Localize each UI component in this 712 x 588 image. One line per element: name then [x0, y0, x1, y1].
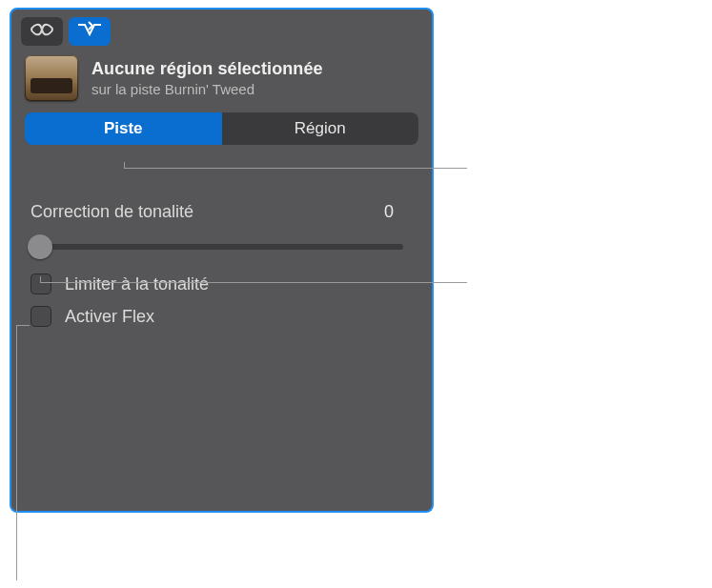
tab-region[interactable]: Région: [222, 112, 419, 145]
callout-line-checkbox-v: [16, 325, 17, 580]
filter-routing-icon: [75, 21, 104, 42]
track-header: Aucune région sélectionnée sur la piste …: [11, 50, 432, 109]
enable-flex-checkbox[interactable]: [31, 306, 51, 327]
track-subtitle: sur la piste Burnin' Tweed: [92, 81, 323, 97]
pitch-correction-row: Correction de tonalité 0: [11, 154, 432, 228]
callout-line-tabs: [124, 168, 467, 169]
panel-toolbar: [11, 10, 432, 50]
limit-to-key-checkbox[interactable]: [31, 274, 51, 294]
tab-piste[interactable]: Piste: [25, 112, 222, 145]
slider-track: [40, 244, 403, 250]
track-inspector-panel: Aucune région sélectionnée sur la piste …: [10, 8, 434, 513]
limit-to-key-label: Limiter à la tonalité: [65, 274, 209, 294]
callout-line-checkbox-h: [16, 325, 30, 326]
loop-icon: [29, 22, 55, 41]
track-thumbnail[interactable]: [25, 55, 78, 101]
slider-thumb[interactable]: [28, 234, 52, 259]
pitch-correction-value: 0: [384, 202, 394, 222]
enable-flex-row: Activer Flex: [11, 300, 432, 333]
callout-line-slider: [40, 282, 467, 283]
pitch-correction-label: Correction de tonalité: [31, 202, 193, 222]
piste-region-segmented-control: Piste Région: [25, 112, 418, 145]
routing-button[interactable]: [69, 17, 111, 46]
pitch-correction-slider[interactable]: [32, 233, 411, 260]
enable-flex-label: Activer Flex: [65, 307, 154, 327]
loop-mode-button[interactable]: [21, 17, 63, 46]
selection-title: Aucune région sélectionnée: [92, 59, 323, 79]
limit-to-key-row: Limiter à la tonalité: [11, 268, 432, 300]
